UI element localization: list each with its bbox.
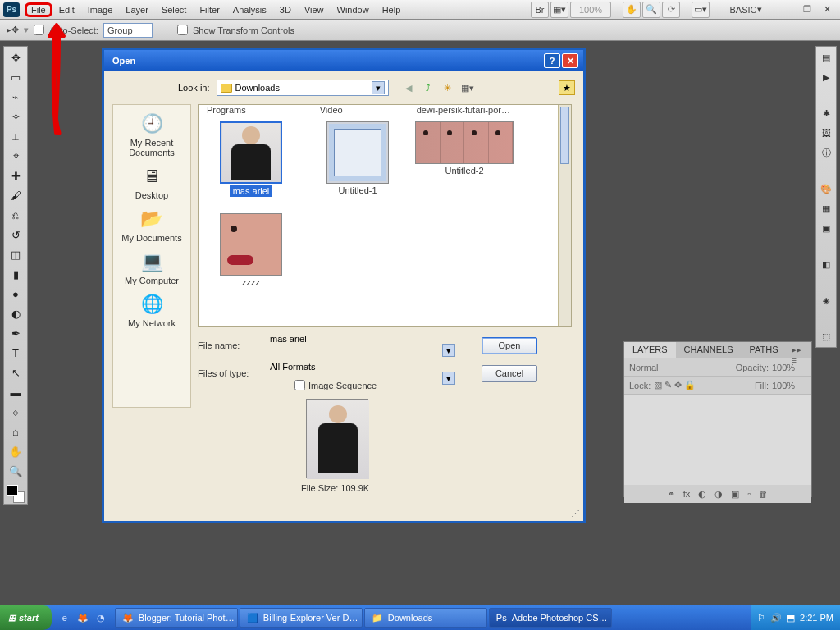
filename-combo[interactable]: mas ariel▾ — [270, 334, 455, 357]
start-button[interactable]: ⊞ start — [0, 605, 52, 630]
place-item[interactable]: 🖥Desktop — [135, 164, 168, 200]
zoom-level[interactable]: 100% — [570, 2, 611, 18]
back-icon[interactable]: ◀ — [400, 80, 417, 95]
menu-image[interactable]: Image — [81, 2, 120, 17]
transform-checkbox[interactable] — [177, 25, 188, 35]
link-icon[interactable]: ⚭ — [668, 489, 675, 500]
favorites-icon[interactable]: ★ — [559, 80, 575, 95]
path-tool[interactable]: ↖ — [7, 363, 25, 381]
workspace-switcher[interactable]: BASIC ▾ — [721, 2, 770, 18]
stamp-tool[interactable]: ⎌ — [7, 206, 25, 224]
lasso-tool[interactable]: ⌁ — [7, 88, 25, 106]
auto-select-checkbox[interactable] — [34, 25, 44, 35]
arrange-button[interactable]: ▦▾ — [550, 2, 568, 18]
panel-icon[interactable]: ◧ — [819, 257, 833, 272]
color-swatch[interactable] — [7, 485, 25, 503]
eraser-tool[interactable]: ◫ — [7, 245, 25, 263]
views-icon[interactable]: ▦▾ — [459, 80, 476, 95]
min-icon[interactable]: — — [778, 2, 797, 18]
blur-tool[interactable]: ● — [7, 285, 25, 303]
hand-button[interactable]: ✋ — [623, 2, 641, 18]
help-icon[interactable]: ? — [544, 53, 560, 68]
tab-channels[interactable]: CHANNELS — [676, 342, 742, 358]
lookin-combo[interactable]: Downloads ▾ — [217, 80, 389, 96]
menu-help[interactable]: Help — [376, 2, 408, 17]
panel-menu-icon[interactable]: ▸▸ ≡ — [787, 342, 811, 358]
wand-tool[interactable]: ✧ — [7, 107, 25, 126]
menu-file[interactable]: File — [25, 2, 52, 17]
panel-icon[interactable]: ▤ — [819, 50, 833, 65]
heal-tool[interactable]: ✚ — [7, 167, 25, 185]
taskbar-task[interactable]: 🦊Blogger: Tutorial Phot… — [115, 608, 238, 628]
panel-icon[interactable]: 🖼 — [819, 126, 833, 140]
folder-icon[interactable]: ▣ — [731, 489, 739, 500]
open-button[interactable]: Open — [482, 337, 537, 354]
system-tray[interactable]: ⚐ 🔊 ⬒ 2:21 PM — [751, 605, 840, 630]
menu-select[interactable]: Select — [155, 2, 194, 17]
place-item[interactable]: 🌐My Network — [128, 292, 176, 328]
place-item[interactable]: 💻My Computer — [125, 249, 179, 285]
opacity-field[interactable]: 100% — [772, 363, 806, 372]
menu-view[interactable]: View — [298, 2, 331, 17]
new-icon[interactable]: ▫ — [747, 489, 751, 499]
menu-edit[interactable]: Edit — [52, 2, 81, 17]
file-item[interactable]: Untitled-2 — [423, 121, 505, 197]
panel-icon[interactable]: ▦ — [819, 201, 833, 216]
panel-icon[interactable]: ◈ — [819, 293, 833, 308]
close-app-icon[interactable]: ✕ — [818, 2, 836, 18]
fx-icon[interactable]: fx — [683, 489, 691, 499]
file-item[interactable]: mas ariel — [210, 121, 292, 197]
panel-icon[interactable]: ▶ — [819, 70, 833, 84]
tray-icon[interactable]: ⚐ — [757, 613, 765, 623]
menu-window[interactable]: Window — [331, 2, 376, 17]
tab-paths[interactable]: PATHS — [742, 342, 787, 358]
gradient-tool[interactable]: ▮ — [7, 265, 25, 283]
place-item[interactable]: 🕘My Recent Documents — [113, 112, 190, 158]
zoom-tool[interactable]: 🔍 — [7, 462, 25, 480]
file-item[interactable]: zzzz — [210, 213, 292, 287]
chevron-down-icon[interactable]: ▾ — [372, 81, 385, 94]
image-sequence-checkbox[interactable] — [294, 380, 305, 390]
marquee-tool[interactable]: ▭ — [7, 68, 25, 86]
brush-tool[interactable]: 🖌 — [7, 186, 25, 204]
taskbar-task[interactable]: 🟦Billing-Explorer Ver D… — [240, 608, 363, 628]
firefox-icon[interactable]: 🦊 — [75, 609, 91, 627]
up-icon[interactable]: ⤴ — [420, 80, 436, 95]
tab-layers[interactable]: LAYERS — [624, 342, 676, 358]
adjust-icon[interactable]: ◑ — [714, 489, 723, 500]
dialog-titlebar[interactable]: Open ? ✕ — [104, 50, 583, 71]
rotate-button[interactable]: ⟳ — [662, 2, 680, 18]
newfolder-icon[interactable]: ✳ — [440, 80, 456, 95]
panel-icon[interactable]: ✱ — [819, 106, 833, 121]
ie-icon[interactable]: e — [57, 609, 73, 627]
cancel-button[interactable]: Cancel — [482, 365, 537, 382]
restore-icon[interactable]: ❐ — [798, 2, 816, 18]
menu-3d[interactable]: 3D — [273, 2, 298, 17]
file-browser[interactable]: ProgramsVideodewi-persik-futari-por… mas… — [198, 104, 572, 327]
close-icon[interactable]: ✕ — [562, 53, 578, 68]
panel-icon[interactable]: ▣ — [819, 221, 833, 235]
trash-icon[interactable]: 🗑 — [759, 489, 768, 499]
pen-tool[interactable]: ✒ — [7, 324, 25, 342]
move-tool[interactable]: ✥ — [7, 48, 25, 66]
menu-layer[interactable]: Layer — [119, 2, 155, 17]
auto-select-combo[interactable]: Group — [103, 23, 153, 38]
bridge-button[interactable]: Br — [531, 2, 549, 18]
shape-tool[interactable]: ▬ — [7, 383, 25, 401]
panel-icon[interactable]: ⬚ — [819, 329, 833, 344]
taskbar-task[interactable]: 📁Downloads — [364, 608, 487, 628]
panel-icon[interactable]: 🎨 — [819, 181, 833, 196]
3dcam-tool[interactable]: ⌂ — [7, 422, 25, 441]
tray-icon[interactable]: 🔊 — [770, 613, 782, 623]
taskbar-task[interactable]: PsAdobe Photoshop CS… — [489, 608, 612, 628]
file-item[interactable]: Untitled-1 — [317, 121, 399, 197]
tray-icon[interactable]: ⬒ — [787, 613, 795, 623]
dodge-tool[interactable]: ◐ — [7, 304, 25, 322]
mask-icon[interactable]: ◐ — [698, 489, 706, 500]
menu-analysis[interactable]: Analysis — [226, 2, 273, 17]
blend-mode-combo[interactable]: Normal — [629, 363, 703, 372]
lock-icons[interactable]: ▧ ✎ ✥ 🔒 — [654, 380, 696, 390]
type-tool[interactable]: T — [7, 344, 25, 362]
resize-grip-icon[interactable]: ⋰ — [571, 509, 580, 519]
place-item[interactable]: 📂My Documents — [121, 207, 181, 243]
